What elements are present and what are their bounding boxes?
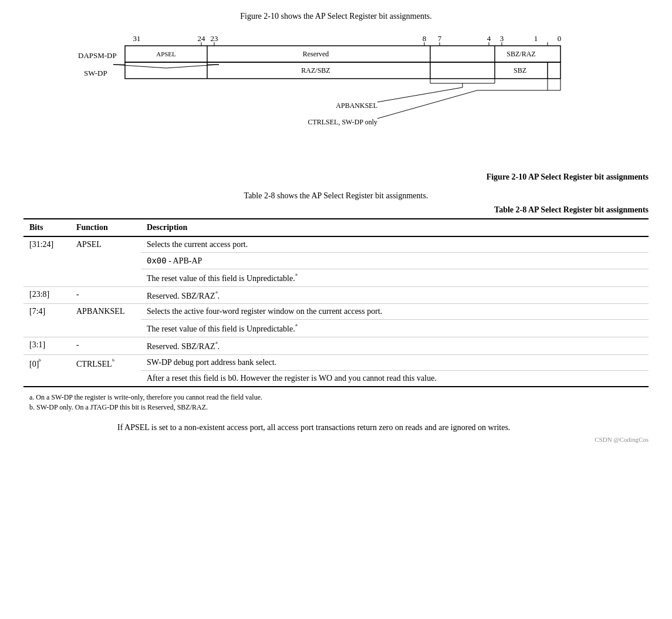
cell-description: Selects the current access port. xyxy=(141,236,649,253)
footnotes: a. On a SW-DP the register is write-only… xyxy=(23,393,649,412)
register-diagram: 31 24 23 8 7 4 3 1 0 DAPSM-DP SW-DP APSE… xyxy=(23,32,649,167)
cell-bits: [23:8] xyxy=(23,286,70,304)
register-table: Bits Function Description [31:24]APSELSe… xyxy=(23,218,649,387)
cell-bits: [0]ᵇ xyxy=(23,354,70,387)
cell-description: Reserved. SBZ/RAZᵃ. xyxy=(141,286,649,304)
table-caption: Table 2-8 AP Select Register bit assignm… xyxy=(23,205,649,215)
cell-function: APSEL xyxy=(70,236,141,286)
svg-line-28 xyxy=(377,90,477,119)
annotation-ctrlsel: CTRLSEL, SW-DP only xyxy=(308,118,377,126)
svg-line-18 xyxy=(113,65,166,68)
cell-sbzraz: SBZ/RAZ xyxy=(506,50,535,58)
bit-23: 23 xyxy=(210,34,218,43)
cell-apsel-label: APSEL xyxy=(156,50,176,57)
final-paragraph: If APSEL is set to a non-existent access… xyxy=(117,421,613,434)
bit-3: 3 xyxy=(499,34,504,43)
figure-caption: Figure 2-10 AP Select Register bit assig… xyxy=(23,172,649,182)
cell-description: The reset value of this field is Unpredi… xyxy=(141,320,649,337)
col-header-bits: Bits xyxy=(23,219,70,236)
cell-function: - xyxy=(70,337,141,354)
svg-line-19 xyxy=(166,65,219,68)
intro-text: Figure 2-10 shows the AP Select Register… xyxy=(23,12,649,21)
cell-description: SW-DP debug port address bank select. xyxy=(141,354,649,370)
table-intro: Table 2-8 shows the AP Select Register b… xyxy=(23,191,649,201)
cell-function: - xyxy=(70,286,141,304)
cell-bits: [31:24] xyxy=(23,236,70,286)
cell-function: APBANKSEL xyxy=(70,304,141,337)
bit-31: 31 xyxy=(133,34,140,43)
cell-razsbz: RAZ/SBZ xyxy=(301,66,330,75)
cell-description: Reserved. SBZ/RAZᵃ. xyxy=(141,337,649,354)
col-header-description: Description xyxy=(141,219,649,236)
cell-reserved: Reserved xyxy=(302,50,329,58)
annotation-apbanksel: APBANKSEL xyxy=(336,102,377,110)
bit-7: 7 xyxy=(437,34,441,43)
cell-description: The reset value of this field is Unpredi… xyxy=(141,269,649,287)
cell-description: 0x00 - APB-AP xyxy=(141,253,649,269)
watermark: CSDN @CodingCos xyxy=(23,436,649,443)
footnote: a. On a SW-DP the register is write-only… xyxy=(29,393,649,402)
bit-1: 1 xyxy=(533,34,538,43)
bit-4: 4 xyxy=(487,34,491,43)
label-dapsm: DAPSM-DP xyxy=(78,51,117,60)
footnote: b. SW-DP only. On a JTAG-DP this bit is … xyxy=(29,403,649,412)
cell-description: Selects the active four-word register wi… xyxy=(141,304,649,320)
bit-0: 0 xyxy=(557,34,561,43)
cell-function: CTRLSELᵇ xyxy=(70,354,141,387)
svg-line-24 xyxy=(377,87,462,102)
cell-sbz: SBZ xyxy=(513,66,526,75)
col-header-function: Function xyxy=(70,219,141,236)
cell-bits: [7:4] xyxy=(23,304,70,337)
cell-description: After a reset this field is b0. However … xyxy=(141,370,649,387)
bit-8: 8 xyxy=(422,34,426,43)
cell-bits: [3:1] xyxy=(23,337,70,354)
label-swdp: SW-DP xyxy=(84,69,107,77)
bit-24: 24 xyxy=(197,34,205,43)
